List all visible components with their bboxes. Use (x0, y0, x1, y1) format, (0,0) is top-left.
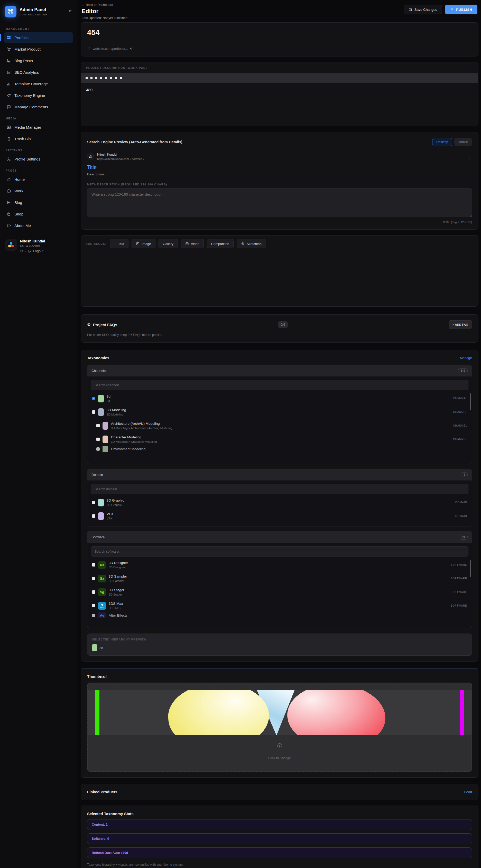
toolbar-button-icon[interactable] (105, 77, 107, 79)
checkbox[interactable] (92, 501, 95, 504)
sidebar-item-shop[interactable]: Shop (4, 209, 73, 219)
taxonomy-row-character-modeling[interactable]: Character Modeling3D Modeling > Characte… (91, 432, 469, 446)
link-icon (87, 47, 91, 51)
toolbar-button-icon[interactable] (86, 77, 88, 79)
checkbox[interactable] (92, 604, 95, 607)
taxonomy-row-3d-stager[interactable]: Sg 3D Stager3D Stager SOFTWARE (91, 585, 469, 599)
logout-icon[interactable] (28, 249, 31, 253)
taxonomy-row-vfx[interactable]: VFXVFX DOMAIN (91, 509, 469, 523)
toolbar-button-icon[interactable] (110, 77, 112, 79)
sidebar-item-work[interactable]: Work (4, 186, 73, 196)
sidebar-item-home[interactable]: Home (4, 174, 73, 184)
taxonomy-row-3d-modeling[interactable]: 3D Modeling3D Modeling CHANNEL (91, 405, 469, 419)
checkbox[interactable] (96, 447, 100, 451)
taxonomy-row-clipped[interactable]: Environment Modeling (91, 446, 469, 452)
add-faq-button[interactable]: + ADD FAQ (449, 320, 472, 329)
add-gallery-block-button[interactable]: Gallery (158, 239, 178, 248)
checkbox[interactable] (96, 438, 100, 441)
software-group-header[interactable]: Software 21 (87, 531, 472, 543)
manage-taxonomies-link[interactable]: Manage (460, 356, 472, 360)
sidebar-item-template-coverage[interactable]: Template Coverage (4, 79, 73, 89)
post-title-input[interactable]: 454 (87, 28, 472, 37)
main-content: ← Back to Dashboard Editor Last Updated:… (77, 0, 481, 868)
scrollbar-thumb[interactable] (470, 394, 471, 410)
slug-row[interactable]: website.com/portfolio/... 4 (87, 42, 472, 51)
settings-gear-icon[interactable]: ⚙ (20, 249, 23, 253)
software-search-input[interactable] (91, 546, 469, 557)
add-image-block-button[interactable]: Image (131, 239, 155, 248)
add-comparison-block-button[interactable]: Comparison (207, 239, 234, 248)
seo-card: Search Engine Preview (Auto-Generated fr… (81, 132, 478, 229)
taxonomy-row-3d-designer[interactable]: Ds 3D Designer3D Designer SOFTWARE (91, 558, 469, 572)
text-icon: T (114, 242, 116, 246)
scrollbar-thumb[interactable] (470, 560, 471, 577)
domain-search-input[interactable] (91, 484, 469, 494)
thumbnail-dropzone[interactable]: Click to Change (87, 683, 472, 772)
title-card: 454 website.com/portfolio/... 4 (81, 22, 478, 57)
taxonomy-row-archviz-modeling[interactable]: Architecture (ArchViz) Modeling3D Modeli… (91, 419, 469, 432)
add-sketchfab-block-button[interactable]: Sketchfab (237, 239, 266, 248)
smile-icon (7, 223, 11, 228)
checkbox[interactable] (92, 590, 95, 594)
workpad-editor[interactable]: 480- (81, 83, 478, 126)
sidebar-collapse-icon[interactable] (68, 9, 72, 14)
color-swatch (102, 446, 108, 452)
publish-button[interactable]: PUBLISH (445, 5, 477, 14)
checkbox-checked[interactable]: ✓ (92, 397, 95, 400)
domain-group-header[interactable]: Domain 2 (87, 469, 472, 480)
checkbox[interactable] (92, 410, 95, 414)
profile-block: Nitesh Kundal CGI & 3D Artist ⚙ · Logout (4, 238, 73, 254)
sidebar-item-manage-comments[interactable]: Manage Comments (4, 102, 73, 112)
checkbox[interactable] (92, 563, 95, 566)
add-video-block-button[interactable]: Video (181, 239, 204, 248)
toolbar-button-icon[interactable] (90, 77, 92, 79)
cart-icon (7, 47, 11, 51)
toolbar-button-icon[interactable] (100, 77, 102, 79)
taxonomy-row-3d-graphic[interactable]: 3D Graphic3D Graphic DOMAIN (91, 496, 469, 509)
sidebar-item-blog-posts[interactable]: Blog Posts (4, 56, 73, 66)
software-icon: Sg (98, 588, 106, 596)
taxonomy-row-clipped[interactable]: Ae After Effects (91, 613, 469, 618)
workpad-toolbar (81, 73, 478, 83)
toolbar-button-icon[interactable] (95, 77, 97, 79)
sidebar-item-label: Profile Settings (14, 157, 40, 161)
taxonomy-row-3ds-max[interactable]: 3MAX 3DS Max3DS Max SOFTWARE (91, 599, 469, 613)
sidebar-item-trash-bin[interactable]: Trash Bin (4, 133, 73, 144)
checkbox[interactable] (92, 577, 95, 580)
slug-value[interactable]: 4 (130, 47, 132, 51)
software-icon: Ds (98, 561, 106, 569)
sidebar-item-profile-settings[interactable]: Profile Settings (4, 154, 73, 164)
mobile-toggle-button[interactable]: Mobile (454, 138, 472, 146)
software-group: Software 21 Ds 3D Designer3D Designer SO… (87, 531, 472, 628)
sidebar-item-taxonomy-engine[interactable]: Taxonomy Engine (4, 90, 73, 100)
desktop-toggle-button[interactable]: Desktop (432, 138, 452, 146)
taxonomy-row-3d-sampler[interactable]: Sa 3D Sampler3D Sampler SOFTWARE (91, 572, 469, 585)
sidebar-item-portfolio[interactable]: Portfolio (4, 32, 73, 43)
sidebar-item-market-product[interactable]: Market Product (4, 44, 73, 54)
document-icon (7, 200, 11, 205)
logout-label[interactable]: Logout (33, 249, 43, 253)
grid-icon (7, 35, 11, 40)
toolbar-button-icon[interactable] (120, 77, 122, 79)
checkbox[interactable] (96, 424, 100, 427)
play-icon (185, 242, 189, 246)
channels-search-input[interactable] (91, 380, 469, 390)
channels-group-header[interactable]: Channels 142 (87, 365, 472, 376)
checkbox[interactable] (92, 614, 95, 617)
toolbar-button-icon[interactable] (115, 77, 117, 79)
checkbox[interactable] (92, 515, 95, 518)
sidebar-item-about-me[interactable]: About Me (4, 220, 73, 230)
stat-refresh-due: Refresh Due: Auto +30d (87, 847, 472, 858)
back-to-dashboard-link[interactable]: ← Back to Dashboard (82, 3, 127, 7)
add-text-block-button[interactable]: T Text (110, 239, 129, 248)
sidebar-item-seo-analytics[interactable]: SEO Analytics (4, 67, 73, 77)
save-changes-button[interactable]: Save Changes (404, 5, 442, 14)
sidebar-item-media-manager[interactable]: Media Manager (4, 122, 73, 132)
meta-description-textarea[interactable] (87, 188, 472, 217)
add-product-link[interactable]: + Add (463, 790, 472, 794)
sidebar-item-label: Blog Posts (14, 59, 33, 63)
sidebar-item-blog[interactable]: Blog (4, 197, 73, 208)
meta-description-label: META DESCRIPTION (REQUIRED 120-160 CHARS… (87, 183, 472, 186)
domain-group: Domain 2 3D Graphic3D Graphic DOMAIN (87, 469, 472, 526)
taxonomy-row-3d[interactable]: ✓ 3d3d CHANNEL (91, 392, 469, 405)
